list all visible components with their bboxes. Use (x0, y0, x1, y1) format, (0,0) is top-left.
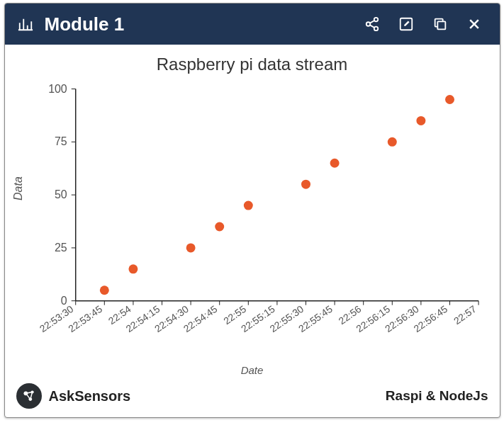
svg-point-59 (215, 222, 224, 232)
y-axis-label: Data (12, 176, 25, 200)
bar-chart-icon (18, 16, 33, 32)
svg-point-64 (416, 116, 425, 125)
svg-line-8 (369, 21, 374, 23)
scatter-chart: 025507510022:53:3022:53:4522:5422:54:152… (5, 74, 500, 379)
brand-label: AskSensors (49, 388, 131, 404)
close-button[interactable] (461, 11, 487, 37)
chart-area: Raspberry pi data stream Data 0255075100… (5, 45, 500, 378)
titlebar: Module 1 (5, 4, 500, 45)
edit-button[interactable] (393, 11, 419, 37)
x-axis-label: Date (5, 364, 500, 376)
svg-point-5 (374, 18, 378, 22)
copy-button[interactable] (427, 11, 453, 37)
footer: AskSensors Raspi & NodeJs (5, 378, 500, 417)
module-card: Module 1 Raspberry pi dat (4, 3, 500, 418)
source-label: Raspi & NodeJs (386, 388, 488, 404)
svg-point-61 (301, 180, 310, 189)
svg-point-57 (128, 264, 138, 273)
svg-text:22:57: 22:57 (452, 303, 478, 327)
svg-text:100: 100 (48, 83, 67, 95)
svg-line-70 (26, 393, 30, 399)
svg-point-65 (445, 95, 454, 104)
svg-line-9 (369, 25, 374, 28)
svg-point-7 (374, 27, 378, 30)
svg-text:25: 25 (55, 242, 67, 254)
svg-text:50: 50 (55, 188, 67, 200)
svg-point-60 (243, 201, 252, 210)
svg-rect-11 (437, 21, 445, 29)
chart-title: Raspberry pi data stream (5, 45, 500, 74)
svg-point-56 (99, 285, 108, 295)
asksensors-logo-icon (16, 383, 42, 409)
module-title: Module 1 (45, 13, 125, 35)
svg-point-58 (186, 243, 195, 252)
svg-point-62 (330, 159, 339, 168)
svg-point-63 (387, 137, 396, 147)
svg-point-6 (366, 22, 370, 26)
svg-text:75: 75 (55, 135, 67, 147)
share-button[interactable] (359, 11, 385, 37)
